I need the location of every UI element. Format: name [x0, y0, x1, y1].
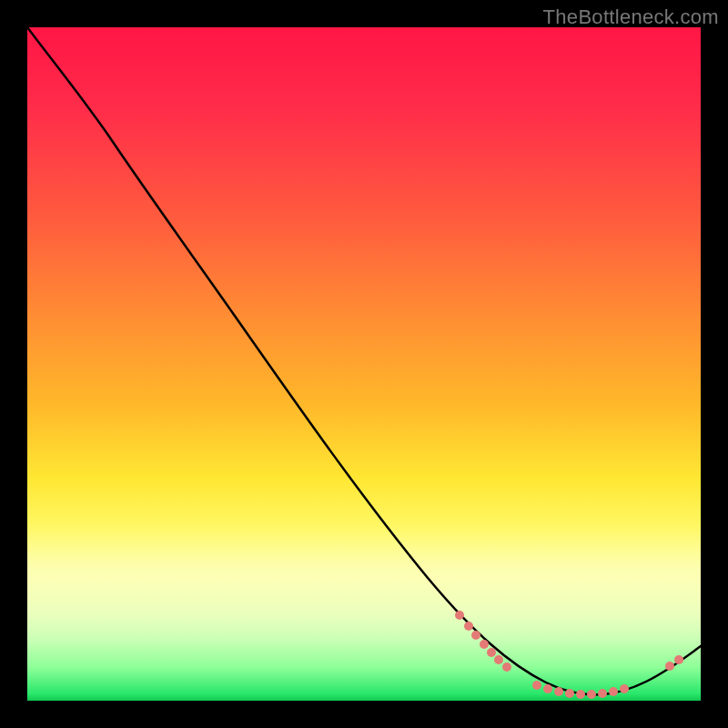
- data-point: [471, 631, 480, 640]
- data-point: [487, 648, 496, 657]
- plot-area: [27, 27, 701, 701]
- data-point: [565, 689, 574, 698]
- data-point: [587, 690, 596, 699]
- watermark: TheBottleneck.com: [543, 5, 719, 29]
- data-point: [674, 655, 683, 664]
- data-point: [620, 684, 629, 693]
- chart-frame: TheBottleneck.com: [0, 0, 728, 728]
- data-point: [502, 662, 511, 672]
- data-point: [609, 687, 618, 696]
- data-point: [554, 687, 563, 696]
- data-point: [464, 622, 473, 631]
- data-point: [598, 689, 607, 698]
- data-point: [665, 662, 674, 671]
- data-point: [480, 640, 489, 649]
- curve-path: [27, 27, 701, 694]
- data-point: [543, 684, 552, 693]
- data-point: [576, 690, 585, 699]
- data-point: [494, 655, 503, 664]
- data-point: [532, 681, 541, 690]
- data-point: [455, 611, 464, 620]
- bottleneck-curve: [27, 27, 701, 701]
